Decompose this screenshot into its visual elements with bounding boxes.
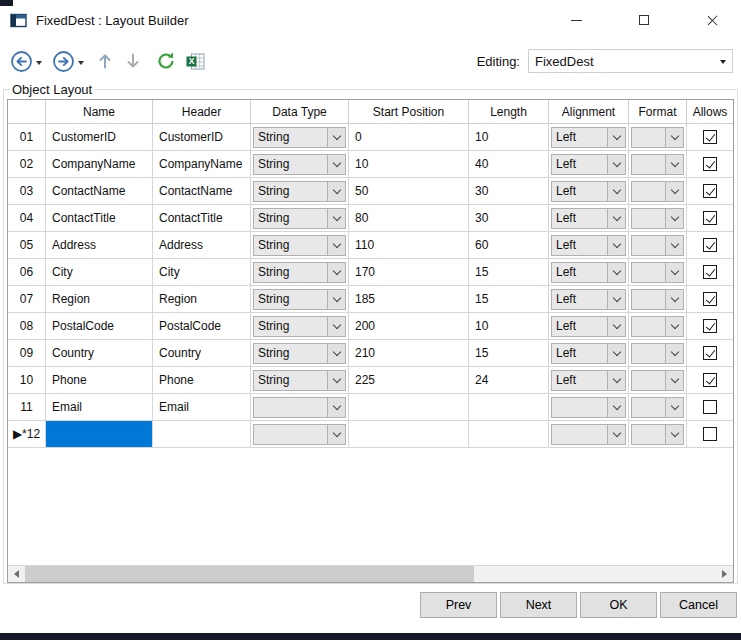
format-dropdown[interactable]: [631, 127, 684, 148]
allows-checkbox[interactable]: [703, 157, 717, 171]
cell-alignment[interactable]: Left: [549, 313, 629, 339]
back-dropdown-caret-icon[interactable]: [36, 61, 42, 65]
data-type-dropdown[interactable]: String: [253, 262, 346, 283]
cell-format[interactable]: [629, 124, 687, 150]
format-dropdown[interactable]: [631, 424, 684, 445]
cell-name[interactable]: Address: [46, 232, 153, 258]
allows-checkbox[interactable]: [703, 265, 717, 279]
data-type-dropdown[interactable]: String: [253, 127, 346, 148]
col-header-length[interactable]: Length: [469, 100, 549, 123]
move-down-button[interactable]: [126, 52, 140, 70]
alignment-dropdown-button[interactable]: [607, 182, 625, 201]
format-dropdown-button[interactable]: [665, 155, 683, 174]
allows-checkbox[interactable]: [703, 184, 717, 198]
cell-length[interactable]: [469, 394, 549, 420]
scroll-left-button[interactable]: [8, 566, 25, 582]
col-header-name[interactable]: Name: [46, 100, 153, 123]
cell-start-position[interactable]: 185: [349, 286, 469, 312]
alignment-dropdown[interactable]: Left: [551, 343, 626, 364]
cell-format[interactable]: [629, 313, 687, 339]
allows-checkbox[interactable]: [703, 400, 717, 414]
cell-start-position[interactable]: 80: [349, 205, 469, 231]
cell-header[interactable]: Address: [153, 232, 251, 258]
ok-button[interactable]: OK: [580, 592, 657, 618]
data-type-dropdown[interactable]: String: [253, 208, 346, 229]
alignment-dropdown[interactable]: [551, 397, 626, 418]
format-dropdown[interactable]: [631, 397, 684, 418]
cell-start-position[interactable]: [349, 421, 469, 447]
cell-length[interactable]: 10: [469, 313, 549, 339]
row-header[interactable]: 11: [8, 394, 46, 420]
cell-header[interactable]: PostalCode: [153, 313, 251, 339]
move-up-button[interactable]: [98, 52, 112, 70]
alignment-dropdown-button[interactable]: [607, 290, 625, 309]
cell-format[interactable]: [629, 394, 687, 420]
cell-length[interactable]: 24: [469, 367, 549, 393]
col-header-allows[interactable]: Allows: [687, 100, 733, 123]
format-dropdown-button[interactable]: [665, 398, 683, 417]
maximize-button[interactable]: [621, 0, 667, 40]
forward-button[interactable]: [52, 50, 75, 73]
data-type-dropdown[interactable]: String: [253, 289, 346, 310]
horizontal-scrollbar[interactable]: [8, 565, 733, 582]
format-dropdown[interactable]: [631, 262, 684, 283]
data-type-dropdown-button[interactable]: [327, 344, 345, 363]
minimize-button[interactable]: [553, 0, 599, 40]
format-dropdown-button[interactable]: [665, 425, 683, 444]
cell-allows[interactable]: [687, 205, 733, 231]
cell-start-position[interactable]: [349, 394, 469, 420]
back-button[interactable]: [10, 50, 33, 73]
export-excel-button[interactable]: X: [186, 53, 205, 70]
data-type-dropdown-button[interactable]: [327, 263, 345, 282]
allows-checkbox[interactable]: [703, 373, 717, 387]
alignment-dropdown-button[interactable]: [607, 209, 625, 228]
grid-corner-header[interactable]: [8, 100, 46, 123]
alignment-dropdown[interactable]: Left: [551, 316, 626, 337]
cell-header[interactable]: [153, 421, 251, 447]
cell-header[interactable]: Email: [153, 394, 251, 420]
data-type-dropdown-button[interactable]: [327, 290, 345, 309]
data-type-dropdown-button[interactable]: [327, 317, 345, 336]
cell-format[interactable]: [629, 421, 687, 447]
format-dropdown[interactable]: [631, 154, 684, 175]
data-type-dropdown[interactable]: String: [253, 370, 346, 391]
cell-format[interactable]: [629, 178, 687, 204]
cell-header[interactable]: Phone: [153, 367, 251, 393]
cell-length[interactable]: [469, 421, 549, 447]
cancel-button[interactable]: Cancel: [660, 592, 737, 618]
cell-format[interactable]: [629, 286, 687, 312]
format-dropdown-button[interactable]: [665, 128, 683, 147]
cell-header[interactable]: City: [153, 259, 251, 285]
cell-header[interactable]: ContactTitle: [153, 205, 251, 231]
cell-allows[interactable]: [687, 286, 733, 312]
cell-name[interactable]: Phone: [46, 367, 153, 393]
col-header-data-type[interactable]: Data Type: [251, 100, 349, 123]
format-dropdown[interactable]: [631, 316, 684, 337]
refresh-button[interactable]: [156, 51, 176, 71]
col-header-start-position[interactable]: Start Position: [349, 100, 469, 123]
cell-allows[interactable]: [687, 313, 733, 339]
cell-header[interactable]: ContactName: [153, 178, 251, 204]
cell-name[interactable]: Country: [46, 340, 153, 366]
data-type-dropdown-button[interactable]: [327, 371, 345, 390]
alignment-dropdown-button[interactable]: [607, 236, 625, 255]
format-dropdown[interactable]: [631, 343, 684, 364]
format-dropdown[interactable]: [631, 208, 684, 229]
scroll-right-button[interactable]: [716, 566, 733, 582]
scrollbar-thumb[interactable]: [25, 566, 474, 582]
cell-start-position[interactable]: 200: [349, 313, 469, 339]
allows-checkbox[interactable]: [703, 427, 717, 441]
row-header[interactable]: 10: [8, 367, 46, 393]
alignment-dropdown[interactable]: Left: [551, 208, 626, 229]
cell-name[interactable]: [46, 421, 153, 447]
data-type-dropdown[interactable]: String: [253, 235, 346, 256]
cell-header[interactable]: Region: [153, 286, 251, 312]
cell-alignment[interactable]: Left: [549, 205, 629, 231]
allows-checkbox[interactable]: [703, 130, 717, 144]
alignment-dropdown[interactable]: Left: [551, 235, 626, 256]
col-header-alignment[interactable]: Alignment: [549, 100, 629, 123]
allows-checkbox[interactable]: [703, 238, 717, 252]
cell-format[interactable]: [629, 367, 687, 393]
cell-alignment[interactable]: Left: [549, 259, 629, 285]
editing-select[interactable]: FixedDest: [528, 49, 733, 73]
